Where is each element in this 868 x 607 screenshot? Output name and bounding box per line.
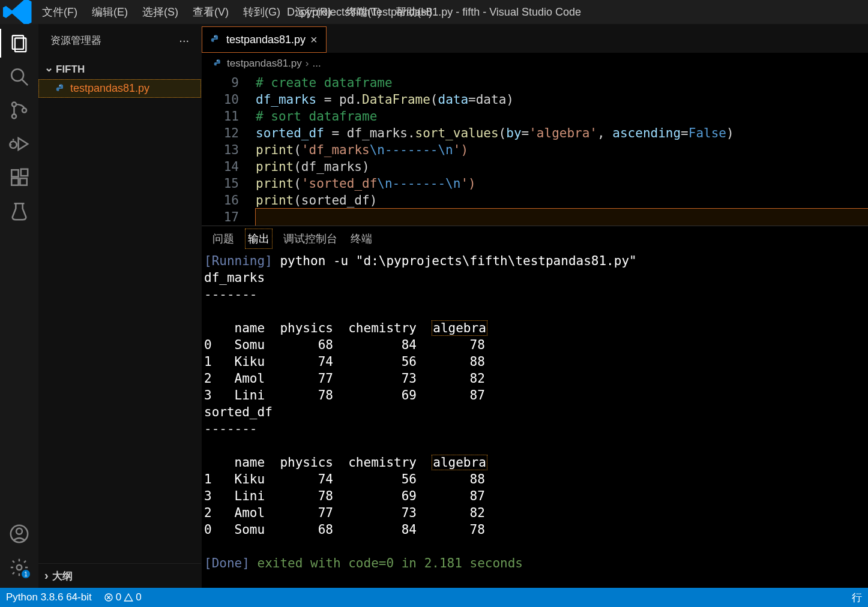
explorer-icon[interactable]	[5, 29, 34, 58]
svg-rect-12	[11, 170, 18, 176]
svg-line-11	[11, 142, 12, 142]
svg-point-19	[17, 565, 22, 570]
panel-tabs: 问题 输出 调试控制台 终端	[202, 226, 868, 251]
status-bar: Python 3.8.6 64-bit 0 0 行	[0, 588, 868, 607]
error-icon	[104, 593, 113, 602]
menu-view[interactable]: 查看(V)	[187, 2, 235, 22]
file-item-testpandas81[interactable]: testpandas81.py	[38, 79, 201, 98]
status-python[interactable]: Python 3.8.6 64-bit	[6, 591, 92, 603]
warning-icon	[124, 593, 133, 602]
svg-rect-14	[20, 178, 26, 185]
svg-point-21	[214, 36, 215, 37]
status-problems[interactable]: 0 0	[104, 591, 142, 603]
tab-output[interactable]: 输出	[245, 229, 273, 249]
explorer-sidebar: 资源管理器 ··· FIFTH testpandas81.py 大纲	[38, 24, 202, 588]
tab-label: testpandas81.py	[226, 34, 306, 46]
menu-select[interactable]: 选择(S)	[136, 2, 184, 22]
svg-line-3	[22, 79, 28, 85]
search-icon[interactable]	[5, 62, 34, 91]
testing-icon[interactable]	[5, 197, 34, 226]
settings-badge: 1	[22, 570, 30, 578]
svg-point-5	[12, 114, 16, 118]
python-file-icon	[211, 34, 222, 45]
svg-point-4	[12, 103, 16, 107]
svg-rect-13	[11, 178, 18, 185]
svg-point-20	[59, 85, 61, 86]
code-editor[interactable]: 9# create dataframe 10df_marks = pd.Data…	[202, 74, 868, 226]
tab-testpandas81[interactable]: testpandas81.py ×	[202, 26, 327, 53]
python-file-icon	[56, 83, 67, 94]
editor-tabs: testpandas81.py ×	[202, 24, 868, 53]
menu-file[interactable]: 文件(F)	[36, 2, 83, 22]
chevron-right-icon: ›	[306, 58, 309, 70]
close-icon[interactable]: ×	[310, 33, 318, 47]
tab-terminal[interactable]: 终端	[348, 229, 375, 248]
explorer-title: 资源管理器	[50, 34, 101, 47]
tab-problems[interactable]: 问题	[210, 229, 237, 248]
svg-marker-7	[19, 138, 28, 150]
extensions-icon[interactable]	[5, 163, 34, 192]
python-file-icon	[214, 59, 223, 68]
svg-point-2	[11, 69, 23, 81]
editor-area: testpandas81.py × testpandas81.py › ... …	[202, 24, 868, 588]
source-control-icon[interactable]	[5, 96, 34, 125]
settings-gear-icon[interactable]: 1	[5, 553, 34, 582]
run-debug-icon[interactable]	[5, 130, 34, 158]
svg-point-6	[22, 108, 26, 112]
menu-edit[interactable]: 编辑(E)	[86, 2, 134, 22]
window-title: D:\pyprojects\fifth\testpandas81.py - fi…	[287, 6, 581, 19]
activity-bar: 1	[0, 24, 38, 588]
titlebar: 文件(F) 编辑(E) 选择(S) 查看(V) 转到(G) 运行(R) 终端(T…	[0, 0, 868, 24]
output-content[interactable]: [Running] python -u "d:\pyprojects\fifth…	[202, 251, 868, 588]
file-name: testpandas81.py	[70, 82, 149, 95]
svg-rect-15	[21, 169, 28, 176]
menu-go[interactable]: 转到(G)	[237, 2, 286, 22]
tab-debug-console[interactable]: 调试控制台	[281, 229, 340, 248]
breadcrumb-file: testpandas81.py	[227, 58, 302, 70]
account-icon[interactable]	[5, 519, 34, 548]
folder-header[interactable]: FIFTH	[38, 59, 201, 79]
breadcrumb[interactable]: testpandas81.py › ...	[202, 53, 868, 74]
outline-section[interactable]: 大纲	[38, 563, 201, 588]
breadcrumb-more: ...	[312, 58, 321, 70]
svg-point-18	[16, 528, 22, 534]
explorer-more-icon[interactable]: ···	[179, 34, 189, 47]
svg-point-22	[217, 60, 217, 61]
bottom-panel: 问题 输出 调试控制台 终端 [Running] python -u "d:\p…	[202, 226, 868, 588]
status-line-col[interactable]: 行	[852, 591, 862, 605]
